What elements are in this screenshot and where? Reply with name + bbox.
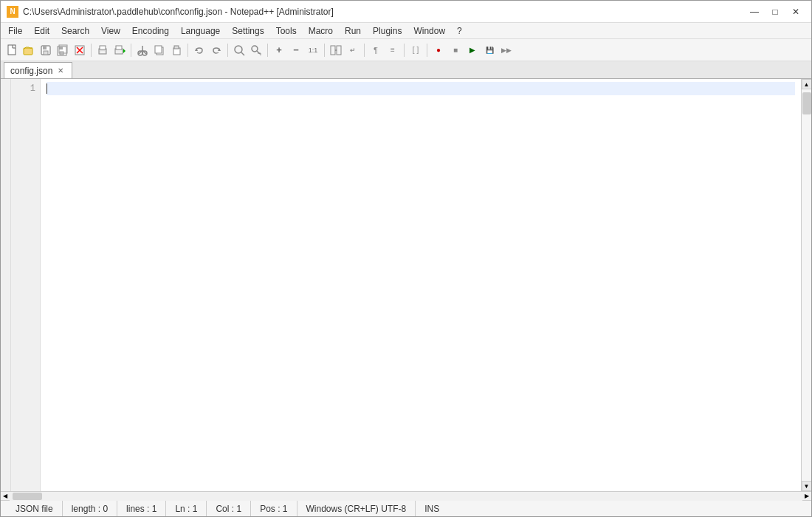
toolbar: + − 1:1 ↵ ¶ ≡ [ ] ● ■ ▶ 💾 ▶▶ (1, 39, 811, 61)
maximize-button[interactable]: □ (765, 4, 785, 19)
toolbar-macro-save[interactable]: 💾 (481, 42, 498, 58)
app-icon: N (7, 6, 18, 18)
toolbar-paste[interactable] (168, 42, 185, 58)
svg-rect-24 (155, 46, 162, 53)
svg-rect-34 (337, 46, 341, 55)
status-encoding: Windows (CR+LF) UTF-8 (297, 501, 416, 516)
menu-plugins[interactable]: Plugins (367, 24, 407, 38)
svg-point-31 (252, 46, 258, 52)
toolbar-print-now[interactable] (111, 42, 128, 58)
toolbar-zoom-out[interactable]: − (288, 42, 304, 58)
menu-run[interactable]: Run (339, 24, 367, 38)
toolbar-copy[interactable] (151, 42, 168, 58)
editor-line-1 (47, 82, 795, 95)
close-button[interactable]: ✕ (786, 4, 805, 19)
text-cursor (47, 83, 47, 94)
tab-config-json[interactable]: config.json ✕ (4, 62, 72, 78)
svg-point-29 (235, 46, 242, 53)
scroll-down-arrow[interactable]: ▼ (802, 481, 812, 491)
toolbar-sep-8 (404, 44, 405, 57)
tab-close-button[interactable]: ✕ (55, 66, 66, 76)
toolbar-sep-5 (267, 44, 268, 57)
svg-marker-17 (123, 49, 125, 53)
toolbar-sep-3 (187, 44, 188, 57)
status-ins: INS (416, 501, 448, 516)
menu-tools[interactable]: Tools (270, 24, 303, 38)
status-length: length : 0 (63, 501, 117, 516)
scroll-thumb-v (802, 92, 811, 114)
toolbar-zoom-restore[interactable]: 1:1 (305, 42, 321, 58)
minimize-button[interactable]: — (745, 4, 764, 19)
toolbar-cut[interactable] (134, 42, 151, 58)
svg-rect-6 (59, 47, 63, 49)
scroll-right-arrow[interactable]: ▶ (802, 492, 811, 501)
scroll-left-arrow[interactable]: ◀ (1, 492, 10, 501)
menu-settings[interactable]: Settings (226, 24, 269, 38)
menu-window[interactable]: Window (407, 24, 451, 38)
toolbar-macro-record[interactable]: ● (430, 42, 447, 58)
menu-language[interactable]: Language (175, 24, 226, 38)
toolbar-sep-7 (364, 44, 365, 57)
toolbar-macro-play[interactable]: ▶ (464, 42, 481, 58)
toolbar-sep-4 (227, 44, 228, 57)
scroll-track-v[interactable] (802, 89, 812, 481)
toolbar-replace[interactable] (248, 42, 264, 58)
toolbar-sep-9 (427, 44, 427, 57)
svg-rect-16 (116, 46, 122, 49)
toolbar-sync-v[interactable] (328, 42, 344, 58)
toolbar-save-all[interactable] (55, 42, 71, 58)
toolbar-print[interactable] (94, 42, 111, 58)
status-col: Col : 1 (207, 501, 251, 516)
menu-search[interactable]: Search (55, 24, 95, 38)
menu-view[interactable]: View (95, 24, 126, 38)
toolbar-close[interactable] (72, 42, 88, 58)
toolbar-macro-stop[interactable]: ■ (447, 42, 464, 58)
svg-rect-14 (100, 51, 106, 53)
menu-edit[interactable]: Edit (28, 24, 55, 38)
svg-rect-3 (43, 46, 47, 49)
line-num-1: 1 (11, 82, 40, 95)
fold-bar (1, 79, 11, 491)
app-icon-label: N (10, 7, 15, 16)
svg-rect-0 (8, 45, 16, 55)
menu-macro[interactable]: Macro (303, 24, 339, 38)
toolbar-macro-run[interactable]: ▶▶ (498, 42, 515, 58)
toolbar-word-wrap[interactable]: ↵ (345, 42, 361, 58)
toolbar-save[interactable] (38, 42, 54, 58)
window-title: C:\Users\Administrator\.paddlehub\conf\c… (23, 7, 334, 17)
title-bar-left: N C:\Users\Administrator\.paddlehub\conf… (7, 6, 334, 18)
svg-rect-4 (44, 51, 48, 55)
scroll-up-arrow[interactable]: ▲ (802, 79, 812, 89)
scroll-track-h[interactable] (10, 492, 802, 501)
toolbar-new[interactable] (4, 42, 20, 58)
toolbar-show-all[interactable]: ¶ (368, 42, 384, 58)
editor-area[interactable] (41, 79, 801, 491)
menu-encoding[interactable]: Encoding (126, 24, 175, 38)
tab-bar: config.json ✕ (1, 61, 811, 79)
svg-line-30 (241, 52, 244, 55)
toolbar-undo[interactable] (191, 42, 207, 58)
title-bar: N C:\Users\Administrator\.paddlehub\conf… (1, 1, 811, 23)
toolbar-zoom-in[interactable]: + (271, 42, 287, 58)
status-ln: Ln : 1 (166, 501, 207, 516)
toolbar-sep-6 (324, 44, 325, 57)
menu-file[interactable]: File (2, 24, 28, 38)
toolbar-redo[interactable] (208, 42, 224, 58)
svg-rect-33 (331, 46, 335, 55)
line-numbers: 1 (11, 79, 41, 491)
toolbar-open[interactable] (21, 42, 37, 58)
toolbar-find[interactable] (231, 42, 247, 58)
menu-help[interactable]: ? (451, 24, 468, 38)
notepad-window: N C:\Users\Administrator\.paddlehub\conf… (0, 0, 812, 517)
title-controls: — □ ✕ (745, 4, 805, 19)
status-bar: JSON file length : 0 lines : 1 Ln : 1 Co… (1, 500, 811, 516)
toolbar-sep-2 (131, 44, 131, 57)
toolbar-sep-1 (91, 44, 92, 57)
menu-bar: File Edit Search View Encoding Language … (1, 23, 811, 39)
toolbar-indent[interactable]: ≡ (385, 42, 401, 58)
status-file-type: JSON file (7, 501, 63, 516)
toolbar-fold[interactable]: [ ] (407, 42, 424, 58)
svg-rect-1 (24, 48, 32, 55)
svg-rect-26 (174, 46, 179, 49)
status-pos: Pos : 1 (251, 501, 297, 516)
